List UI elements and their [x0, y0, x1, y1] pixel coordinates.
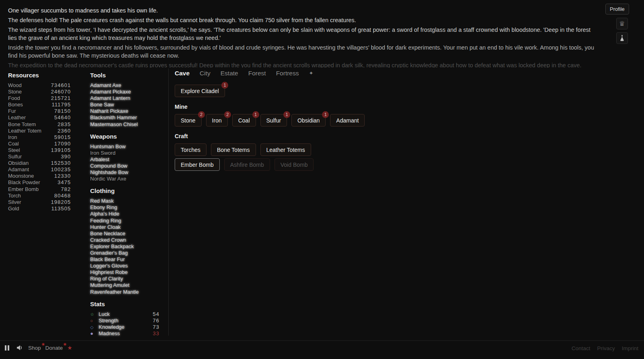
inventory-item[interactable]: Cracked Crown	[90, 237, 159, 243]
mine-obsidian-button[interactable]: Obsidian 1	[291, 114, 326, 127]
resource-name: Silver	[8, 199, 21, 205]
craft-leather-totems-button[interactable]: Leather Totems	[260, 143, 311, 156]
inventory-item[interactable]: Ravenfeather Mantle	[90, 289, 159, 295]
resource-name: Leather	[8, 114, 26, 121]
weapons-section: Weapons Huntsman Bow Iron Sword Arbalest…	[90, 133, 159, 183]
resource-value: 78150	[54, 108, 71, 114]
mine-iron-button[interactable]: Iron 2	[206, 114, 228, 127]
resource-name: Fur	[8, 108, 16, 114]
stat-value: 54	[153, 311, 159, 317]
inventory-item[interactable]: Natharit Pickaxe	[90, 108, 159, 114]
inventory-item[interactable]: Mastermason Chisel	[90, 121, 159, 128]
resource-name: Ember Bomb	[8, 186, 39, 193]
notification-badge: 1	[252, 111, 259, 118]
compass-icon[interactable]: ✦	[309, 70, 314, 76]
inventory-item[interactable]: Muttering Amulet	[90, 282, 159, 288]
button-label: Ashfire Bomb	[230, 162, 264, 168]
inventory-panel: Tools Adamant Axe Adamant Pickaxe Adaman…	[90, 72, 159, 337]
inventory-item[interactable]: Highpriest Robe	[90, 269, 159, 276]
inventory-item[interactable]: Red Mask	[90, 198, 159, 204]
resource-value: 215721	[51, 95, 71, 102]
stat-row: ◇ Knowledge 73	[90, 324, 159, 330]
resource-name: Bone Totem	[8, 121, 36, 128]
stat-label: Madness	[99, 330, 153, 337]
inventory-item[interactable]: Ring of Clarity	[90, 276, 159, 282]
resource-value: 12330	[54, 173, 71, 179]
resource-value: 80468	[54, 193, 71, 199]
stat-value: 76	[153, 317, 159, 324]
craft-torches-button[interactable]: Torches	[175, 143, 206, 156]
flask-button[interactable]	[616, 32, 628, 44]
resource-row: Obsidian152530	[8, 160, 71, 166]
inventory-item[interactable]: Logger's Gloves	[90, 263, 159, 269]
inventory-item[interactable]: Alpha's Hide	[90, 211, 159, 217]
craft-void-bomb-button[interactable]: Void Bomb	[275, 158, 314, 171]
resource-row: Coal17090	[8, 141, 71, 147]
mine-stone-button[interactable]: Stone 2	[175, 114, 202, 127]
sound-button[interactable]	[17, 344, 24, 351]
inventory-item[interactable]: Feeding Ring	[90, 218, 159, 224]
mine-sulfur-button[interactable]: Sulfur 1	[260, 114, 287, 127]
inventory-item[interactable]: Adamant Axe	[90, 82, 159, 89]
resource-row: Leather54640	[8, 114, 71, 121]
donate-link[interactable]: Donate	[45, 345, 63, 351]
profile-button[interactable]: Profile	[605, 4, 629, 15]
button-label: Adamant	[336, 117, 359, 124]
craft-ashfire-bomb-button[interactable]: Ashfire Bomb	[224, 158, 270, 171]
craft-bone-totems-button[interactable]: Bone Totems	[211, 143, 256, 156]
tools-title: Tools	[90, 72, 159, 79]
inventory-item[interactable]: Bone Saw	[90, 102, 159, 108]
tab-cave[interactable]: Cave	[175, 70, 190, 77]
resource-row: Wood734601	[8, 82, 71, 89]
contact-link[interactable]: Contact	[572, 345, 590, 351]
explore-citadel-button[interactable]: Explore Citadel 1	[175, 85, 225, 97]
inventory-item[interactable]: Bone Necklace	[90, 230, 159, 237]
inventory-item[interactable]: Adamant Pickaxe	[90, 89, 159, 95]
inventory-item[interactable]: Black Bear Fur	[90, 256, 159, 263]
privacy-link[interactable]: Privacy	[597, 345, 615, 351]
imprint-link[interactable]: Imprint	[622, 345, 638, 351]
notification-badge: 2	[224, 111, 231, 118]
tab-fortress[interactable]: Fortress	[276, 70, 299, 77]
resource-value: 2360	[58, 128, 71, 134]
button-label: Bone Totems	[217, 147, 250, 153]
resource-name: Stone	[8, 89, 22, 95]
stats-title: Stats	[90, 301, 159, 307]
tab-estate[interactable]: Estate	[221, 70, 238, 77]
resource-row: Stone246070	[8, 89, 71, 95]
inventory-item[interactable]: Adamant Lantern	[90, 95, 159, 102]
resource-value: 246070	[51, 89, 71, 95]
resources-panel: Resources Wood734601 Stone246070 Food215…	[8, 72, 71, 212]
inventory-item[interactable]: Nordic War Axe	[90, 176, 159, 182]
inventory-item[interactable]: Nightshade Bow	[90, 169, 159, 176]
star-icon[interactable]: ★	[67, 344, 72, 351]
tab-forest[interactable]: Forest	[248, 70, 266, 77]
inventory-item[interactable]: Huntsman Bow	[90, 143, 159, 150]
donate-label: Donate	[45, 345, 63, 351]
star-icon: ☆	[90, 311, 99, 317]
resource-name: Leather Totem	[8, 128, 41, 134]
inventory-item[interactable]: Compound Bow	[90, 163, 159, 169]
pause-button[interactable]	[5, 344, 12, 351]
button-label: Stone	[181, 117, 196, 124]
resource-name: Bones	[8, 102, 23, 108]
crown-button[interactable]: ♕	[616, 18, 628, 29]
inventory-item[interactable]: Ebony Ring	[90, 204, 159, 211]
tab-city[interactable]: City	[200, 70, 211, 77]
explore-row: Explore Citadel 1	[175, 85, 621, 97]
inventory-item[interactable]: Hunter Cloak	[90, 224, 159, 230]
resource-row: Gold113505	[8, 205, 71, 212]
craft-ember-bomb-button[interactable]: Ember Bomb	[175, 158, 220, 171]
inventory-item[interactable]: Arbalest	[90, 156, 159, 163]
crown-icon: ♕	[619, 21, 625, 27]
inventory-item[interactable]: Blacksmith Hammer	[90, 114, 159, 121]
shop-link[interactable]: Shop	[28, 345, 41, 351]
log-entry: Inside the tower you find a necromancer …	[8, 44, 600, 60]
inventory-item[interactable]: Iron Sword	[90, 150, 159, 156]
inventory-item[interactable]: Grenadier's Bag	[90, 250, 159, 256]
mine-coal-button[interactable]: Coal 1	[232, 114, 256, 127]
resource-value: 100235	[51, 166, 71, 173]
button-label: Obsidian	[297, 117, 320, 124]
mine-adamant-button[interactable]: Adamant	[330, 114, 365, 127]
inventory-item[interactable]: Explorer Backpack	[90, 243, 159, 250]
